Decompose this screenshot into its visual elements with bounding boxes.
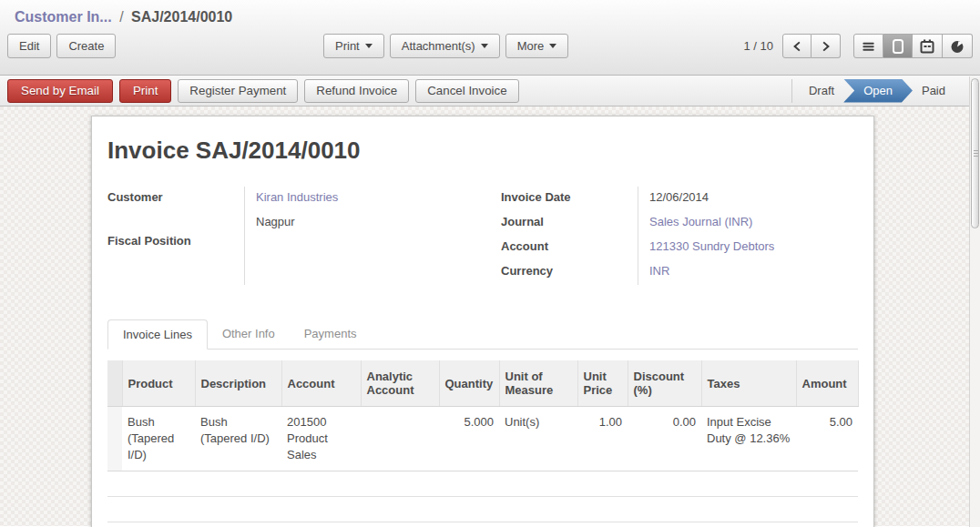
row-handle-column-header [107, 360, 122, 407]
attachments-dropdown-label: Attachment(s) [402, 39, 475, 53]
calendar-view-button[interactable] [913, 34, 943, 58]
account-label: Account [501, 236, 638, 260]
journal-value-link[interactable]: Sales Journal (INR) [649, 215, 752, 228]
breadcrumb-current: SAJ/2014/0010 [131, 9, 232, 25]
scrollbar-grip-icon [974, 150, 978, 151]
cancel-invoice-button[interactable]: Cancel Invoice [415, 79, 518, 103]
send-by-email-button[interactable]: Send by Email [7, 79, 113, 103]
vertical-scrollbar[interactable] [969, 76, 980, 527]
breadcrumb-separator: / [116, 9, 127, 25]
cell-analytic-account [361, 407, 439, 471]
cell-product: Bush (Tapered I/D) [122, 407, 195, 471]
arrow-right-icon [820, 40, 832, 53]
scrollbar-thumb[interactable] [971, 78, 979, 228]
content-area: Invoice SAJ/2014/0010 Customer Fiscal Po… [0, 106, 980, 526]
view-switcher [853, 34, 973, 58]
column-header-taxes[interactable]: Taxes [701, 360, 796, 407]
create-button[interactable]: Create [56, 34, 116, 58]
graph-view-button[interactable] [943, 34, 973, 58]
print-dropdown-button[interactable]: Print [323, 34, 384, 58]
cell-unit-of-measure: Unit(s) [499, 407, 577, 471]
more-dropdown-button[interactable]: More [505, 34, 569, 58]
column-header-account[interactable]: Account [281, 360, 361, 407]
status-step-paid[interactable]: Paid [907, 79, 960, 103]
toolbar: Edit Create Print Attachment(s) More 1 /… [0, 27, 980, 58]
customer-value-link[interactable]: Kiran Industries [256, 190, 338, 204]
cell-amount: 5.00 [796, 407, 858, 471]
column-header-amount[interactable]: Amount [796, 360, 858, 407]
journal-label: Journal [501, 211, 638, 236]
fiscal-position-label: Fiscal Position [107, 230, 244, 255]
cell-description: Bush (Tapered I/D) [195, 407, 281, 471]
cell-discount: 0.00 [628, 407, 701, 471]
attachments-dropdown-button[interactable]: Attachment(s) [390, 34, 500, 58]
cell-quantity: 5.000 [439, 407, 499, 471]
currency-value-link[interactable]: INR [649, 264, 669, 278]
field-group-right: Invoice Date Journal Account Currency 12… [501, 187, 858, 285]
tab-payments[interactable]: Payments [290, 319, 372, 350]
caret-down-icon [549, 44, 556, 48]
breadcrumb: Customer In... / SAJ/2014/0010 [0, 0, 980, 27]
form-view-icon [892, 39, 904, 54]
invoice-date-label: Invoice Date [501, 187, 638, 211]
edit-button[interactable]: Edit [7, 34, 51, 58]
empty-line-row [107, 471, 858, 497]
column-header-discount[interactable]: Discount (%) [628, 360, 701, 407]
column-header-quantity[interactable]: Quantity [439, 360, 499, 407]
table-row[interactable]: Bush (Tapered I/D) Bush (Tapered I/D) 20… [107, 407, 858, 471]
empty-line-row [107, 497, 858, 522]
customer-label: Customer [107, 187, 244, 211]
form-view-button[interactable] [883, 34, 913, 58]
caret-down-icon [365, 44, 373, 48]
tab-invoice-lines[interactable]: Invoice Lines [107, 319, 208, 350]
fiscal-position-value[interactable] [256, 231, 490, 256]
invoice-sheet: Invoice SAJ/2014/0010 Customer Fiscal Po… [91, 116, 874, 527]
column-header-product[interactable]: Product [122, 360, 195, 407]
list-view-button[interactable] [853, 34, 883, 58]
next-record-button[interactable] [812, 34, 841, 58]
account-value-link[interactable]: 121330 Sundry Debtors [649, 239, 774, 253]
register-payment-button[interactable]: Register Payment [178, 79, 298, 103]
calendar-view-icon [920, 39, 934, 54]
status-bar: Draft Open Paid [791, 79, 960, 103]
top-header: Customer In... / SAJ/2014/0010 Edit Crea… [0, 0, 980, 76]
column-header-analytic-account[interactable]: Analytic Account [361, 360, 439, 407]
cell-account: 201500 Product Sales [281, 407, 361, 471]
pager-buttons [782, 34, 841, 58]
print-dropdown-label: Print [335, 39, 360, 53]
column-header-unit-price[interactable]: Unit Price [577, 360, 628, 407]
column-header-description[interactable]: Description [195, 360, 281, 407]
field-group-left: Customer Fiscal Position Kiran Industrie… [107, 187, 490, 285]
status-step-draft[interactable]: Draft [794, 79, 849, 103]
notebook-tabs: Invoice Lines Other Info Payments [107, 319, 858, 350]
arrow-left-icon [791, 40, 803, 53]
invoice-title: Invoice SAJ/2014/0010 [107, 137, 858, 165]
caret-down-icon [481, 44, 488, 48]
table-header-row: Product Description Account Analytic Acc… [107, 360, 858, 407]
invoice-lines-table: Product Description Account Analytic Acc… [107, 360, 859, 522]
previous-record-button[interactable] [782, 34, 812, 58]
tab-other-info[interactable]: Other Info [208, 319, 290, 350]
action-bar: Send by Email Print Register Payment Ref… [0, 76, 980, 106]
pager-counter: 1 / 10 [743, 39, 773, 53]
customer-city: Nagpur [256, 211, 490, 231]
status-step-open[interactable]: Open [843, 79, 913, 103]
cell-unit-price: 1.00 [577, 407, 628, 471]
graph-view-icon [950, 39, 965, 54]
column-header-unit-of-measure[interactable]: Unit of Measure [499, 360, 577, 407]
more-dropdown-label: More [517, 39, 545, 53]
field-groups: Customer Fiscal Position Kiran Industrie… [107, 187, 858, 285]
row-handle [107, 407, 122, 471]
currency-label: Currency [501, 260, 638, 285]
cell-taxes: Input Excise Duty @ 12.36% [701, 407, 796, 471]
refund-invoice-button[interactable]: Refund Invoice [304, 79, 409, 103]
breadcrumb-parent-link[interactable]: Customer In... [15, 9, 112, 25]
invoice-date-value: 12/06/2014 [649, 187, 858, 211]
list-view-icon [862, 40, 875, 53]
print-invoice-button[interactable]: Print [119, 79, 171, 103]
